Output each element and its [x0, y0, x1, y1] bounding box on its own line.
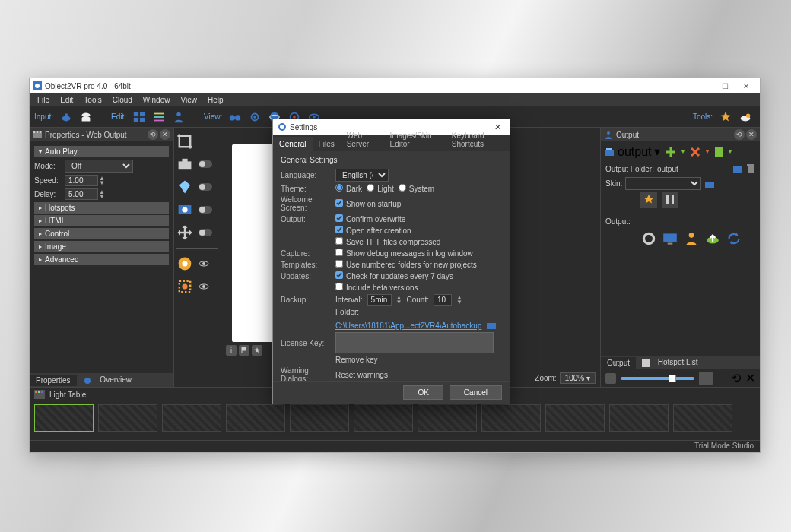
document-icon[interactable] — [713, 146, 724, 158]
target-yellow-icon[interactable] — [176, 255, 194, 273]
beta-versions-check[interactable]: Include beta versions — [335, 283, 418, 292]
thumbnail[interactable] — [162, 404, 221, 432]
mode-select[interactable]: Off — [65, 160, 133, 173]
menu-edit[interactable]: Edit — [56, 95, 78, 105]
numbered-folders-check[interactable]: Use numbered folders for new projects — [335, 260, 477, 269]
eye-icon[interactable] — [199, 281, 209, 292]
skin-star-icon[interactable] — [640, 192, 657, 208]
speed-input[interactable] — [65, 175, 98, 186]
close-button[interactable]: ✕ — [735, 80, 757, 92]
folder-open-icon[interactable] — [732, 164, 743, 173]
menu-help[interactable]: Help — [203, 95, 228, 105]
star-icon[interactable] — [252, 345, 262, 356]
diamond-toggle[interactable] — [199, 183, 212, 191]
diamond-icon[interactable] — [176, 178, 194, 196]
thumbnail[interactable] — [98, 404, 157, 432]
control-section[interactable]: Control — [34, 228, 169, 239]
maximize-button[interactable]: ☐ — [714, 80, 735, 92]
out-person-icon[interactable] — [683, 230, 700, 247]
out-monitor-icon[interactable] — [662, 230, 678, 247]
remove-key-link[interactable]: Remove key — [335, 356, 378, 364]
thumbnail[interactable] — [226, 404, 285, 432]
eye-icon[interactable] — [199, 258, 209, 269]
tab-overview[interactable]: Overview — [77, 374, 144, 385]
count-input[interactable] — [434, 294, 452, 306]
thumbnail[interactable] — [481, 404, 541, 432]
thumbnail[interactable] — [34, 404, 94, 432]
tab-files[interactable]: Files — [313, 137, 341, 151]
hotspots-section[interactable]: Hotspots — [34, 202, 169, 214]
advanced-section[interactable]: Advanced — [34, 254, 169, 265]
backup-path-link[interactable]: C:\Users\18181\App...ect2VR4\Autobackup — [335, 321, 481, 330]
autoplay-section[interactable]: Auto Play — [34, 146, 169, 157]
thumbnail[interactable] — [673, 404, 732, 432]
menu-tools[interactable]: Tools — [79, 95, 106, 105]
tab-properties[interactable]: Properties — [30, 375, 77, 386]
reset-warnings-button[interactable]: Reset warnings — [335, 371, 388, 379]
view-binoc-icon[interactable] — [226, 108, 244, 126]
out-sync-icon[interactable] — [726, 230, 742, 247]
thumbnail[interactable] — [609, 404, 669, 432]
edit-sliders-icon[interactable] — [150, 108, 168, 126]
add-icon[interactable] — [665, 146, 677, 158]
show-startup-check[interactable]: Show on startup — [335, 199, 401, 208]
trash-icon[interactable] — [746, 163, 755, 174]
crop-icon[interactable] — [176, 132, 194, 150]
open-after-check[interactable]: Open after creation — [335, 226, 411, 235]
thumbnail[interactable] — [354, 404, 413, 432]
panel-undock-button[interactable]: ⟲ — [731, 371, 741, 385]
tab-keyboard[interactable]: Keyboard Shortcuts — [446, 128, 510, 151]
folder-icon[interactable] — [704, 179, 715, 188]
tools-cloud-icon[interactable] — [736, 108, 754, 126]
thumbnail[interactable] — [418, 404, 477, 432]
tab-hotspot-list[interactable]: Hotspot List — [636, 356, 710, 368]
view-gear-icon[interactable] — [246, 108, 264, 126]
camera-tool-icon[interactable] — [176, 155, 194, 173]
thumbnail[interactable] — [545, 404, 605, 432]
ok-button[interactable]: OK — [403, 385, 443, 400]
edit-person-icon[interactable] — [170, 108, 188, 126]
debug-log-check[interactable]: Show debug messages in log window — [335, 249, 473, 258]
theme-light-radio[interactable]: Light — [367, 184, 394, 193]
menu-view[interactable]: View — [176, 95, 202, 105]
cancel-button[interactable]: Cancel — [450, 385, 502, 400]
tab-webserver[interactable]: Web Server — [341, 128, 384, 151]
photo-toggle[interactable] — [199, 206, 212, 214]
move-icon[interactable] — [176, 223, 194, 242]
minimize-button[interactable]: — — [693, 80, 714, 92]
slider-track[interactable] — [621, 377, 694, 380]
camera-toggle[interactable] — [199, 160, 212, 168]
menu-cloud[interactable]: Cloud — [108, 95, 137, 105]
panel-close-button[interactable]: ✕ — [746, 129, 757, 140]
output-dropdown[interactable]: output ▾ — [604, 144, 660, 159]
photo-icon[interactable] — [176, 201, 194, 219]
zoom-select[interactable]: 100% ▾ — [560, 372, 596, 384]
skin-tools-icon[interactable] — [662, 192, 678, 208]
info-icon[interactable]: i — [226, 345, 237, 356]
interval-input[interactable] — [367, 294, 392, 306]
delete-icon[interactable] — [689, 146, 701, 158]
panel-close-button[interactable]: ✕ — [745, 371, 755, 385]
edit-grid-icon[interactable] — [130, 108, 148, 126]
tab-general[interactable]: General — [273, 137, 313, 151]
panel-undock-button[interactable]: ⟲ — [148, 129, 158, 140]
confirm-overwrite-check[interactable]: Confirm overwrite — [335, 214, 405, 223]
check-updates-check[interactable]: Check for updates every 7 days — [335, 271, 453, 280]
language-select[interactable]: English (en) — [335, 169, 389, 182]
tiff-compressed-check[interactable]: Save TIFF files compressed — [335, 237, 440, 246]
image-section[interactable]: Image — [34, 241, 169, 252]
tools-star-icon[interactable] — [716, 108, 735, 126]
theme-dark-radio[interactable]: Dark — [335, 184, 362, 193]
tab-output[interactable]: Output — [601, 357, 636, 369]
folder-icon[interactable] — [486, 321, 497, 330]
delay-input[interactable] — [65, 188, 98, 200]
theme-system-radio[interactable]: System — [399, 184, 434, 193]
large-thumb-icon[interactable] — [699, 372, 713, 385]
input-chef-icon[interactable] — [77, 108, 95, 126]
small-thumb-icon[interactable] — [605, 373, 616, 384]
out-gear-icon[interactable] — [640, 230, 657, 247]
input-teapot-icon[interactable] — [57, 108, 75, 126]
menu-window[interactable]: Window — [138, 95, 175, 105]
html-section[interactable]: HTML — [34, 215, 169, 226]
panel-close-button[interactable]: ✕ — [160, 129, 170, 140]
